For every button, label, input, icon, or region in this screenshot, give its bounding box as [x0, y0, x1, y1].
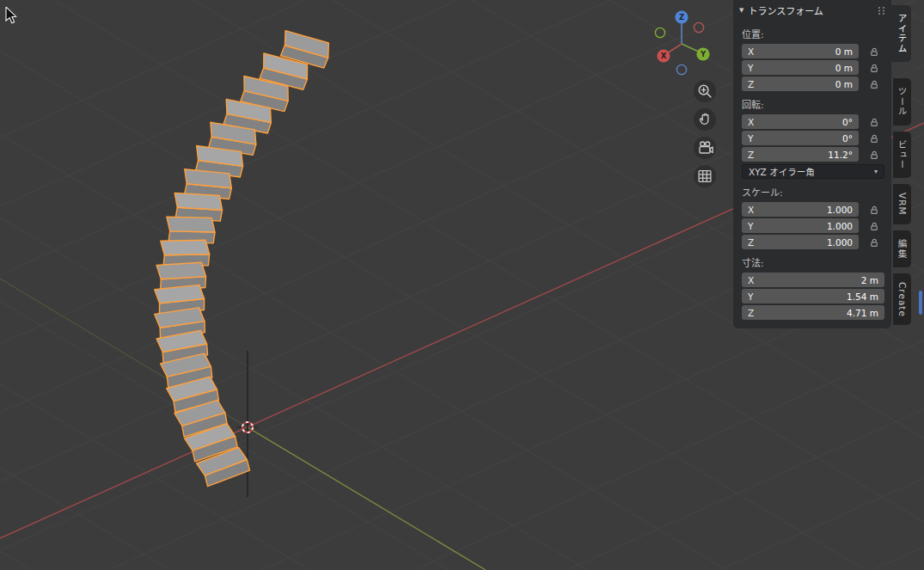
viewport-tool-column: [694, 80, 716, 187]
dimensions-z-field[interactable]: Z 4.71 m: [742, 305, 884, 320]
rotation-mode-value: XYZ オイラー角: [749, 165, 815, 178]
axis-letter: X: [748, 205, 754, 215]
tab-tool[interactable]: ツール: [893, 78, 911, 126]
selected-object-stack[interactable]: [154, 26, 333, 487]
scale-z-field[interactable]: Z 1.000: [742, 235, 859, 249]
axis-letter: X: [748, 275, 754, 285]
scrollbar-thumb[interactable]: [919, 291, 922, 315]
lock-icon[interactable]: [864, 236, 884, 249]
field-value: 0 m: [835, 79, 853, 89]
lock-icon[interactable]: [864, 115, 884, 129]
lock-icon[interactable]: [864, 203, 884, 217]
dimensions-y-field[interactable]: Y 1.54 m: [742, 289, 884, 303]
navigation-gizmo[interactable]: Z Y X: [649, 5, 718, 79]
gizmo-x-negative-ball[interactable]: [694, 22, 703, 32]
tab-view[interactable]: ビュー: [893, 132, 911, 179]
dimensions-x-field[interactable]: X 2 m: [742, 273, 884, 287]
tab-edit[interactable]: 編集: [893, 230, 911, 267]
lock-icon[interactable]: [864, 219, 884, 233]
field-value: 2 m: [861, 275, 878, 285]
zoom-button[interactable]: [694, 80, 716, 102]
lock-icon[interactable]: [864, 61, 884, 75]
axis-letter: X: [748, 117, 754, 127]
axis-letter: Y: [748, 291, 753, 302]
location-y-row: Y 0 m: [742, 60, 884, 75]
axis-letter: Y: [748, 63, 753, 73]
scale-z-row: Z 1.000: [742, 235, 884, 249]
rotation-x-row: X 0°: [742, 114, 884, 129]
field-value: 0°: [842, 133, 853, 144]
lock-icon[interactable]: [864, 148, 884, 162]
scale-x-field[interactable]: X 1.000: [742, 202, 859, 217]
rotation-mode-dropdown[interactable]: XYZ オイラー角 ▾: [742, 164, 884, 179]
field-value: 1.54 m: [847, 291, 878, 302]
location-x-field[interactable]: X 0 m: [742, 44, 859, 58]
field-value: 0 m: [835, 46, 853, 57]
rotation-label: 回転:: [742, 97, 883, 111]
lock-icon[interactable]: [864, 77, 884, 91]
panel-title: トランスフォーム: [748, 3, 873, 17]
hand-pan-icon: [695, 110, 714, 129]
dimensions-y-row: Y 1.54 m: [742, 289, 884, 303]
dimensions-label: 寸法:: [742, 255, 883, 269]
rotation-z-row: Z 11.2°: [742, 147, 884, 162]
scale-y-row: Y 1.000: [742, 218, 884, 233]
rotation-x-field[interactable]: X 0°: [742, 114, 859, 129]
rotation-y-field[interactable]: Y 0°: [742, 131, 859, 145]
field-value: 1.000: [827, 205, 853, 215]
axis-letter: X: [748, 46, 754, 57]
panel-grip-icon[interactable]: [878, 6, 885, 15]
rotation-z-field[interactable]: Z 11.2°: [742, 147, 859, 162]
dimensions-x-row: X 2 m: [742, 273, 884, 287]
gizmo-x-label: X: [661, 52, 667, 60]
scale-y-field[interactable]: Y 1.000: [742, 218, 859, 233]
axis-letter: Z: [748, 150, 754, 160]
tab-vrm[interactable]: VRM: [893, 184, 911, 224]
zoom-icon: [695, 82, 714, 101]
tab-create[interactable]: Create: [893, 273, 911, 326]
gizmo-z-label: Z: [679, 13, 684, 21]
scale-x-row: X 1.000: [742, 202, 884, 217]
transform-panel-header[interactable]: ▼ トランスフォーム: [733, 0, 891, 21]
chevron-down-icon: ▾: [874, 169, 878, 175]
location-y-field[interactable]: Y 0 m: [742, 60, 859, 75]
y-axis-line-positive: [248, 427, 486, 570]
location-label: 位置:: [742, 27, 883, 40]
field-value: 1.000: [827, 237, 853, 248]
collapse-chevron-icon[interactable]: ▼: [739, 8, 743, 14]
grid-icon: [695, 167, 714, 186]
gizmo-y-negative-ball[interactable]: [655, 28, 664, 37]
camera-view-button[interactable]: [694, 137, 716, 159]
field-value: 11.2°: [828, 150, 853, 160]
location-x-row: X 0 m: [742, 44, 884, 58]
location-z-row: Z 0 m: [742, 77, 884, 91]
rotation-y-row: Y 0°: [742, 131, 884, 145]
gizmo-z-negative-ball[interactable]: [676, 64, 686, 74]
axis-letter: Y: [748, 133, 753, 144]
axis-letter: Y: [748, 221, 753, 231]
gizmo-y-label: Y: [700, 50, 707, 58]
camera-icon: [695, 138, 714, 157]
field-value: 1.000: [827, 221, 853, 231]
field-value: 0 m: [835, 63, 853, 73]
location-z-field[interactable]: Z 0 m: [742, 77, 859, 91]
dimensions-z-row: Z 4.71 m: [742, 305, 884, 320]
field-value: 4.71 m: [847, 308, 878, 318]
lock-icon[interactable]: [864, 45, 884, 58]
axis-letter: Z: [748, 237, 754, 248]
panel-tab-strip: アイテム ツール ビュー VRM 編集 Create: [891, 0, 924, 325]
scale-label: スケール:: [742, 185, 883, 199]
tab-item[interactable]: アイテム: [891, 5, 911, 62]
axis-letter: Z: [748, 79, 754, 89]
field-value: 0°: [842, 117, 853, 127]
grid-ortho-button[interactable]: [694, 165, 716, 187]
pan-button[interactable]: [694, 108, 716, 131]
axis-letter: Z: [748, 308, 754, 318]
lock-icon[interactable]: [864, 132, 884, 145]
transform-panel: ▼ トランスフォーム 位置: X 0 m Y 0 m Z 0 m 回転:: [733, 0, 891, 328]
mouse-cursor: [5, 7, 19, 26]
